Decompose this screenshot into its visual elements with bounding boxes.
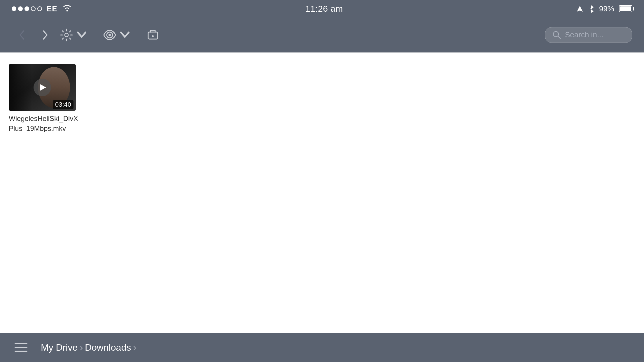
svg-point-4 bbox=[152, 35, 154, 37]
svg-point-2 bbox=[108, 34, 111, 36]
video-thumbnail[interactable]: 03:40 bbox=[9, 64, 76, 111]
battery-icon bbox=[619, 5, 632, 12]
signal-dot-5 bbox=[37, 6, 42, 11]
search-icon bbox=[552, 30, 561, 40]
status-right: 99% bbox=[576, 4, 632, 13]
svg-point-0 bbox=[65, 33, 68, 37]
signal-dots bbox=[12, 6, 42, 11]
status-bar: EE 11:26 am 99% bbox=[0, 0, 644, 17]
nav-group bbox=[12, 25, 55, 45]
menu-line-2 bbox=[15, 347, 27, 348]
search-box[interactable]: Search in... bbox=[545, 27, 632, 43]
settings-button[interactable] bbox=[55, 26, 93, 44]
breadcrumb-my-drive[interactable]: My Drive bbox=[41, 342, 78, 353]
file-item[interactable]: 03:40 WiegelesHeliSki_DivXPlus_19Mbps.mk… bbox=[9, 64, 79, 133]
view-button[interactable] bbox=[99, 26, 136, 44]
breadcrumb: My Drive › Downloads › bbox=[41, 341, 138, 354]
video-duration: 03:40 bbox=[53, 100, 74, 109]
breadcrumb-downloads[interactable]: Downloads bbox=[85, 342, 131, 353]
carrier-label: EE bbox=[47, 4, 57, 13]
location-icon bbox=[576, 5, 583, 12]
video-dark-overlay bbox=[9, 64, 32, 111]
battery-pct: 99% bbox=[599, 4, 614, 13]
file-name: WiegelesHeliSki_DivXPlus_19Mbps.mkv bbox=[9, 114, 79, 133]
main-content: 03:40 WiegelesHeliSki_DivXPlus_19Mbps.mk… bbox=[0, 52, 644, 333]
share-button[interactable] bbox=[142, 25, 164, 45]
status-time: 11:26 am bbox=[305, 4, 343, 14]
view-chevron-icon bbox=[118, 29, 131, 41]
signal-dot-1 bbox=[12, 6, 16, 11]
menu-line-1 bbox=[15, 343, 27, 344]
forward-button[interactable] bbox=[35, 25, 55, 45]
breadcrumb-chevron-1: › bbox=[79, 341, 83, 354]
signal-dot-3 bbox=[24, 6, 29, 11]
play-icon bbox=[40, 84, 46, 91]
svg-point-5 bbox=[553, 31, 559, 37]
play-button-overlay[interactable] bbox=[34, 79, 51, 96]
svg-line-6 bbox=[558, 36, 561, 39]
menu-line-3 bbox=[15, 351, 27, 352]
back-button[interactable] bbox=[12, 25, 32, 45]
signal-dot-2 bbox=[18, 6, 23, 11]
wifi-icon bbox=[62, 4, 72, 14]
settings-chevron-icon bbox=[75, 29, 88, 41]
signal-dot-4 bbox=[31, 6, 36, 11]
bluetooth-icon bbox=[588, 5, 594, 13]
search-placeholder: Search in... bbox=[565, 30, 603, 39]
bottom-bar: My Drive › Downloads › bbox=[0, 333, 644, 362]
breadcrumb-chevron-2: › bbox=[133, 341, 136, 354]
menu-button[interactable] bbox=[12, 337, 32, 358]
status-left: EE bbox=[12, 4, 72, 14]
toolbar: Search in... bbox=[0, 17, 644, 52]
